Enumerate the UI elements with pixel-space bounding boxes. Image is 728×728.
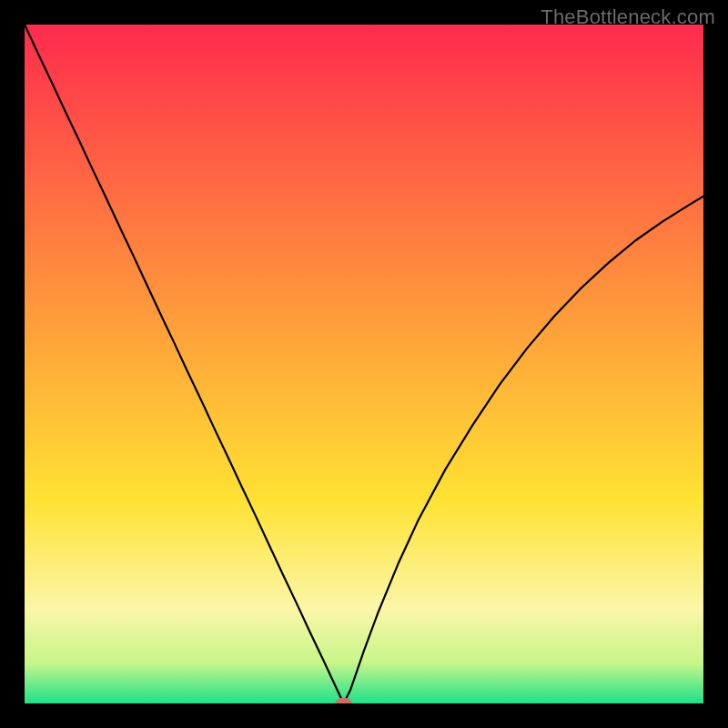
gradient-background [25, 25, 703, 703]
chart-container: TheBottleneck.com [0, 0, 728, 728]
bottleneck-chart-svg [25, 25, 703, 703]
plot-area [25, 25, 703, 703]
watermark-text: TheBottleneck.com [541, 5, 715, 29]
